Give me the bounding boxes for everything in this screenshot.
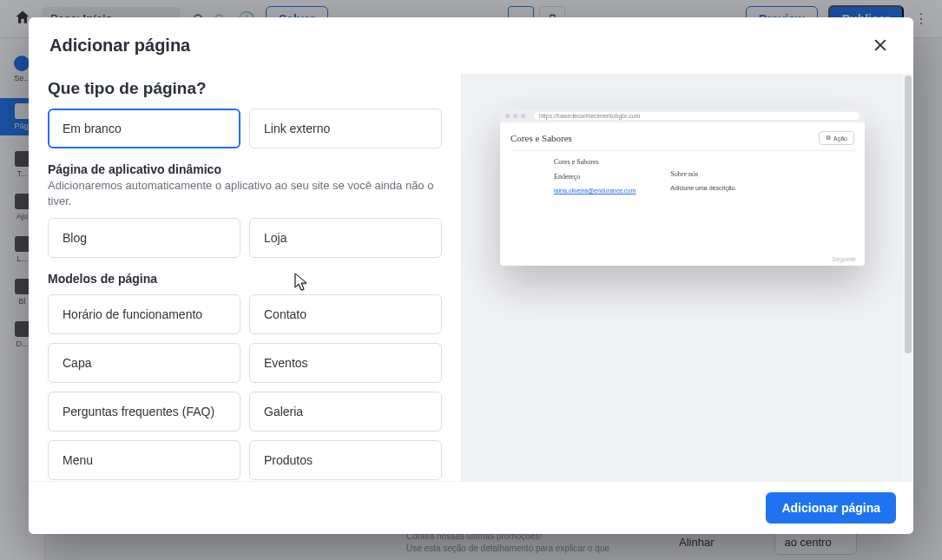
template-events[interactable]: Eventos <box>249 343 442 383</box>
modal-scrollbar[interactable] <box>903 74 913 481</box>
preview-email: laina.oliveira@endurance.com <box>554 188 636 194</box>
dot-icon <box>505 114 510 118</box>
page-type-question: Que tipo de página? <box>48 79 442 98</box>
preview-chrome: https://basedeconhecimentohgbr.com <box>500 109 865 122</box>
preview-panel: https://basedeconhecimentohgbr.com Cores… <box>461 74 903 481</box>
template-faq[interactable]: Perguntas frequentes (FAQ) <box>48 392 240 432</box>
preview-col1-label: Endereço <box>554 173 636 181</box>
modal-left-column: Que tipo de página? Em branco Link exter… <box>29 74 461 481</box>
template-products[interactable]: Produtos <box>249 440 442 480</box>
preview-subtitle: Cores e Sabores <box>554 158 636 166</box>
dynamic-app-options: Blog Loja <box>48 218 442 258</box>
preview-col2-text: Adicione uma descrição. <box>670 185 736 191</box>
preview-brand: Cores e Sabores <box>511 133 572 143</box>
dynamic-heading: Página de aplicativo dinâmico <box>48 162 442 176</box>
preview-browser: https://basedeconhecimentohgbr.com Cores… <box>500 109 865 266</box>
app-blog[interactable]: Blog <box>48 218 240 258</box>
template-contact[interactable]: Contato <box>249 294 442 334</box>
dynamic-description: Adicionaremos automaticamente o aplicati… <box>48 178 442 209</box>
dot-icon <box>521 114 525 118</box>
add-page-modal: Adicionar página Que tipo de página? Em … <box>29 17 913 534</box>
close-icon[interactable] <box>868 33 893 57</box>
template-hours[interactable]: Horário de funcionamento <box>48 294 240 334</box>
preview-url: https://basedeconhecimentohgbr.com <box>534 112 860 120</box>
preview-action: Ação <box>819 131 854 145</box>
page-type-blank[interactable]: Em branco <box>48 109 240 148</box>
templates-grid: Horário de funcionamento Contato Capa Ev… <box>48 294 442 480</box>
dot-icon <box>513 114 517 118</box>
page-type-external-link[interactable]: Link externo <box>249 109 442 148</box>
add-page-button[interactable]: Adicionar página <box>766 492 896 524</box>
preview-footer: Seguinte <box>500 253 865 266</box>
template-cover[interactable]: Capa <box>48 343 240 383</box>
app-store[interactable]: Loja <box>249 218 442 258</box>
preview-col2-label: Sobre nós <box>670 170 736 178</box>
templates-heading: Modelos de página <box>48 272 442 286</box>
scrollbar-thumb[interactable] <box>905 76 912 353</box>
template-menu[interactable]: Menu <box>48 440 240 480</box>
template-gallery[interactable]: Galeria <box>249 392 442 432</box>
modal-title: Adicionar página <box>49 36 190 56</box>
page-type-options: Em branco Link externo <box>48 109 442 148</box>
